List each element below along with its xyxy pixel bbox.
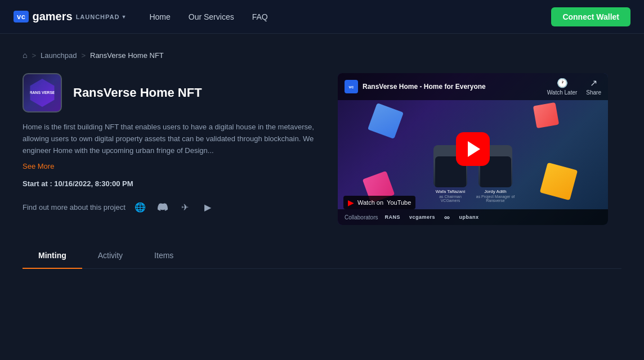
project-section: RANS VERSE RansVerse Home NFT Home is th…	[23, 73, 621, 225]
video-background: vc RansVerse Home - Home for Everyone 🕐 …	[338, 73, 608, 225]
video-actions: 🕐 Watch Later ↗ Share	[547, 78, 601, 96]
project-info: RANS VERSE RansVerse Home NFT Home is th…	[23, 73, 315, 215]
website-icon[interactable]: 🌐	[132, 199, 148, 215]
collab-upbanx: upbanx	[459, 214, 479, 220]
chevron-down-icon: ▼	[121, 14, 127, 20]
tab-activity[interactable]: Activity	[82, 243, 138, 269]
video-title: RansVerse Home - Home for Everyone	[363, 83, 486, 91]
video-title-bar: vc RansVerse Home - Home for Everyone 🕐 …	[338, 73, 608, 100]
vc-logo-small: vc	[345, 80, 358, 93]
cube-blue	[368, 103, 404, 139]
collab-vcgamers: vcgamers	[409, 214, 435, 220]
breadcrumb: ⌂ > Launchpad > RansVerse Home NFT	[23, 51, 621, 60]
start-date: Start at : 10/16/2022, 8:30:00 PM	[23, 179, 315, 188]
youtube-logo-icon: ▶	[348, 198, 354, 207]
breadcrumb-launchpad[interactable]: Launchpad	[41, 51, 77, 60]
breadcrumb-current: RansVerse Home NFT	[90, 51, 164, 60]
project-header: RANS VERSE RansVerse Home NFT	[23, 73, 315, 112]
brand-logo[interactable]: vc gamers LAUNCHPAD ▼	[14, 10, 127, 23]
start-label: Start at :	[23, 179, 52, 188]
connect-wallet-button[interactable]: Connect Wallet	[551, 7, 630, 26]
person1-name: Wafa Taftazani	[436, 189, 465, 195]
watch-later-button[interactable]: 🕐 Watch Later	[547, 78, 578, 96]
see-more-link[interactable]: See More	[23, 162, 54, 170]
gamers-text: gamers	[32, 10, 72, 23]
home-icon[interactable]: ⌂	[23, 51, 27, 60]
watch-later-icon: 🕐	[557, 78, 568, 88]
collab-infinity: ∞	[444, 213, 450, 222]
social-icons: 🌐 ✈ ▶	[132, 199, 216, 215]
project-description: Home is the first building NFT that enab…	[23, 122, 315, 156]
launchpad-label: LAUNCHPAD ▼	[76, 14, 127, 20]
nav-links: Home Our Services FAQ	[149, 12, 551, 22]
discord-icon[interactable]	[155, 199, 171, 215]
collaborators-label: Collaborators	[345, 214, 378, 220]
nav-faq[interactable]: FAQ	[252, 12, 268, 21]
cube-red	[533, 102, 559, 128]
video-container: vc RansVerse Home - Home for Everyone 🕐 …	[338, 73, 608, 225]
collaborators-bar: Collaborators RANS vcgamers ∞ upbanx	[338, 209, 608, 225]
play-triangle-icon	[468, 141, 480, 157]
person1-role: as Chairman VCGamers	[431, 195, 470, 202]
watch-on-youtube[interactable]: ▶ Watch on YouTube	[343, 196, 415, 209]
play-button[interactable]	[456, 132, 490, 166]
watch-on-text: Watch on	[357, 199, 383, 206]
project-logo-text: RANS VERSE	[29, 91, 55, 95]
tab-minting[interactable]: Minting	[23, 243, 82, 269]
vc-logo: vc	[14, 11, 29, 22]
tab-items[interactable]: Items	[138, 243, 189, 269]
collab-rans: RANS	[384, 214, 400, 220]
find-more-section: Find out more about this project 🌐 ✈ ▶	[23, 199, 315, 215]
telegram-icon[interactable]: ✈	[177, 199, 193, 215]
youtube-icon[interactable]: ▶	[200, 199, 216, 215]
find-more-label: Find out more about this project	[23, 203, 126, 212]
start-date-value: 10/16/2022, 8:30:00 PM	[54, 179, 133, 188]
tabs-section: Minting Activity Items	[23, 243, 621, 269]
person2-role: as Project Manager of Ransverse	[476, 195, 515, 202]
youtube-text: YouTube	[387, 199, 411, 206]
cube-yellow	[540, 163, 578, 200]
person2-name: Jordy Adith	[484, 189, 507, 195]
share-button[interactable]: ↗ Share	[586, 78, 601, 96]
navbar: vc gamers LAUNCHPAD ▼ Home Our Services …	[0, 0, 644, 34]
nav-services[interactable]: Our Services	[189, 12, 234, 21]
share-icon: ↗	[590, 78, 597, 88]
nav-home[interactable]: Home	[149, 12, 170, 21]
project-logo: RANS VERSE	[23, 73, 62, 112]
project-title: RansVerse Home NFT	[73, 86, 202, 100]
collab-logos: RANS vcgamers ∞ upbanx	[384, 213, 478, 222]
main-content: ⌂ > Launchpad > RansVerse Home NFT RANS …	[0, 34, 644, 269]
video-wrapper: vc RansVerse Home - Home for Everyone 🕐 …	[338, 73, 608, 225]
